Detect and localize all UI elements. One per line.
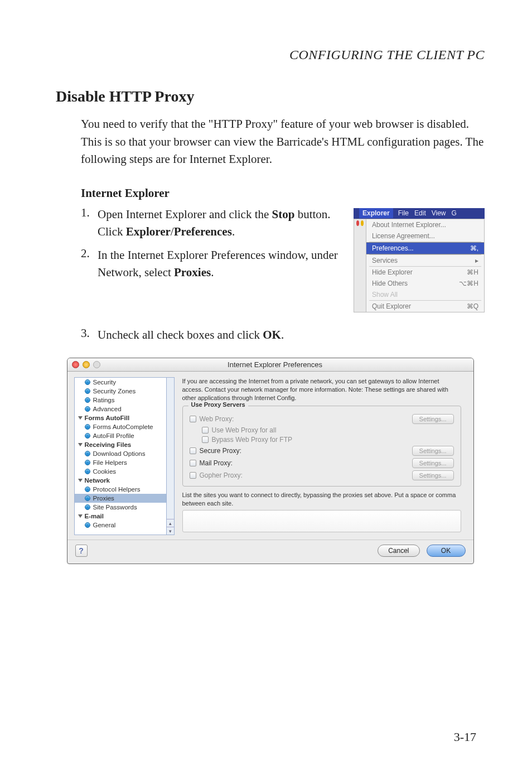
close-icon bbox=[356, 220, 359, 226]
gopher-proxy-label: Gopher Proxy: bbox=[200, 471, 258, 479]
bullet-icon bbox=[85, 487, 90, 492]
bullet-icon bbox=[85, 379, 90, 385]
sidebar-item-security-zones[interactable]: Security Zones bbox=[75, 387, 166, 396]
proxy-groupbox: Use Proxy Servers Web Proxy: Settings...… bbox=[182, 406, 461, 487]
step-text: In the Internet Explorer Preferences win… bbox=[98, 247, 345, 282]
menubar-view: View bbox=[429, 209, 449, 217]
menu-license: License Agreement... bbox=[366, 230, 484, 242]
step-number: 1. bbox=[81, 206, 98, 241]
help-button[interactable]: ? bbox=[75, 545, 88, 557]
window-titlebar: Internet Explorer Preferences bbox=[67, 358, 473, 372]
use-web-proxy-all-checkbox[interactable] bbox=[202, 427, 209, 434]
intro-paragraph: You need to verify that the "HTTP Proxy"… bbox=[81, 115, 485, 169]
use-web-proxy-all-label: Use Web Proxy for all bbox=[212, 426, 277, 434]
triangle-down-icon bbox=[78, 514, 83, 518]
sidebar-item-ratings[interactable]: Ratings bbox=[75, 396, 166, 405]
mac-menubar: Explorer File Edit View G bbox=[354, 208, 485, 219]
bullet-icon bbox=[85, 397, 90, 403]
menu-services: Services▸ bbox=[366, 255, 484, 266]
sidebar-item-autofill-profile[interactable]: AutoFill Profile bbox=[75, 431, 166, 440]
bullet-icon bbox=[85, 433, 90, 439]
sidebar-item-site-passwords[interactable]: Site Passwords bbox=[75, 503, 166, 512]
bypass-sites-textarea[interactable] bbox=[182, 510, 461, 532]
scroll-up-icon[interactable]: ▴ bbox=[167, 519, 174, 527]
menubar-go: G bbox=[449, 209, 460, 217]
window-close-icon[interactable] bbox=[72, 361, 79, 368]
page-number: 3-17 bbox=[454, 730, 476, 744]
sidebar-item-protocol-helpers[interactable]: Protocol Helpers bbox=[75, 485, 166, 494]
window-title: Internet Explorer Preferences bbox=[104, 360, 447, 369]
scroll-down-icon[interactable]: ▾ bbox=[167, 527, 174, 535]
menu-about: About Internet Explorer... bbox=[366, 219, 484, 230]
menu-hide-explorer: Hide Explorer⌘H bbox=[366, 267, 484, 278]
step-number: 2. bbox=[81, 247, 98, 282]
menu-quit: Quit Explorer⌘Q bbox=[366, 301, 484, 312]
sidebar-item-security[interactable]: Security bbox=[75, 378, 166, 387]
sidebar-item-advanced[interactable]: Advanced bbox=[75, 405, 166, 413]
sidebar-cat-forms-autofill[interactable]: Forms AutoFill bbox=[75, 413, 166, 422]
secure-proxy-label: Secure Proxy: bbox=[200, 447, 258, 455]
bullet-icon bbox=[85, 460, 90, 465]
mail-proxy-settings-button[interactable]: Settings... bbox=[412, 458, 454, 468]
menu-preferences[interactable]: Preferences...⌘, bbox=[366, 242, 484, 254]
bullet-icon bbox=[85, 388, 90, 394]
section-title: Disable HTTP Proxy bbox=[56, 88, 485, 105]
triangle-down-icon bbox=[78, 479, 83, 482]
sidebar-item-general[interactable]: General bbox=[75, 521, 166, 529]
sidebar-item-forms-autocomplete[interactable]: Forms AutoComplete bbox=[75, 422, 166, 431]
bullet-icon bbox=[85, 495, 90, 501]
web-proxy-checkbox[interactable] bbox=[190, 416, 196, 422]
subsection-title: Internet Explorer bbox=[81, 186, 485, 200]
step-text: Open Internet Explorer and click the Sto… bbox=[98, 206, 340, 241]
step-text: Uncheck all check boxes and click OK. bbox=[98, 326, 485, 344]
bypass-note: List the sites you want to connect to di… bbox=[182, 491, 461, 508]
preferences-sidebar: Security Security Zones Ratings Advanced… bbox=[74, 377, 166, 535]
explorer-menu-screenshot: Explorer File Edit View G About Internet… bbox=[354, 208, 485, 312]
secure-proxy-checkbox[interactable] bbox=[190, 447, 196, 454]
preferences-main-panel: If you are accessing the Internet from a… bbox=[175, 377, 467, 535]
mail-proxy-checkbox[interactable] bbox=[190, 460, 196, 466]
bullet-icon bbox=[85, 424, 90, 430]
preferences-footer: ? Cancel OK bbox=[67, 540, 473, 564]
menu-show-all: Show All bbox=[366, 289, 484, 300]
secure-proxy-settings-button[interactable]: Settings... bbox=[412, 446, 454, 456]
menubar-edit: Edit bbox=[412, 209, 429, 217]
step-3: 3. Uncheck all check boxes and click OK. bbox=[81, 312, 485, 344]
gopher-proxy-settings-button[interactable]: Settings... bbox=[412, 470, 454, 480]
sidebar-item-cookies[interactable]: Cookies bbox=[75, 467, 166, 476]
bypass-ftp-checkbox[interactable] bbox=[202, 436, 209, 443]
menubar-explorer: Explorer bbox=[359, 208, 393, 218]
window-minimize-icon[interactable] bbox=[83, 361, 90, 368]
bullet-icon bbox=[85, 406, 90, 412]
step-1: 1. Open Internet Explorer and click the … bbox=[81, 206, 345, 241]
window-zoom-icon bbox=[93, 361, 100, 368]
sidebar-cat-receiving-files[interactable]: Receiving Files bbox=[75, 440, 166, 449]
sidebar-item-download-options[interactable]: Download Options bbox=[75, 449, 166, 458]
group-title: Use Proxy Servers bbox=[188, 401, 248, 408]
minimize-icon bbox=[361, 220, 364, 226]
sidebar-scrollbar[interactable]: ▴ ▾ bbox=[166, 377, 175, 535]
sidebar-item-proxies[interactable]: Proxies bbox=[75, 494, 166, 503]
page-header: CONFIGURING THE CLIENT PC bbox=[56, 47, 485, 62]
cancel-button[interactable]: Cancel bbox=[378, 545, 419, 557]
menubar-file: File bbox=[395, 209, 412, 217]
bullet-icon bbox=[85, 522, 90, 528]
header-text: CONFIGURING THE CLIENT PC bbox=[289, 47, 485, 62]
preferences-window: Internet Explorer Preferences Security S… bbox=[67, 358, 474, 564]
mail-proxy-label: Mail Proxy: bbox=[200, 459, 258, 467]
sidebar-cat-network[interactable]: Network bbox=[75, 476, 166, 485]
gopher-proxy-checkbox[interactable] bbox=[190, 472, 196, 479]
web-proxy-settings-button[interactable]: Settings... bbox=[412, 414, 454, 424]
triangle-down-icon bbox=[78, 443, 83, 446]
step-number: 3. bbox=[81, 326, 98, 344]
sidebar-cat-email[interactable]: E-mail bbox=[75, 512, 166, 521]
bypass-ftp-label: Bypass Web Proxy for FTP bbox=[212, 436, 293, 444]
bullet-icon bbox=[85, 451, 90, 456]
web-proxy-label: Web Proxy: bbox=[200, 415, 258, 423]
bullet-icon bbox=[85, 504, 90, 510]
triangle-down-icon bbox=[78, 416, 83, 420]
step-2: 2. In the Internet Explorer Preferences … bbox=[81, 247, 345, 282]
menu-hide-others: Hide Others⌥⌘H bbox=[366, 278, 484, 289]
sidebar-item-file-helpers[interactable]: File Helpers bbox=[75, 458, 166, 467]
ok-button[interactable]: OK bbox=[427, 545, 466, 557]
